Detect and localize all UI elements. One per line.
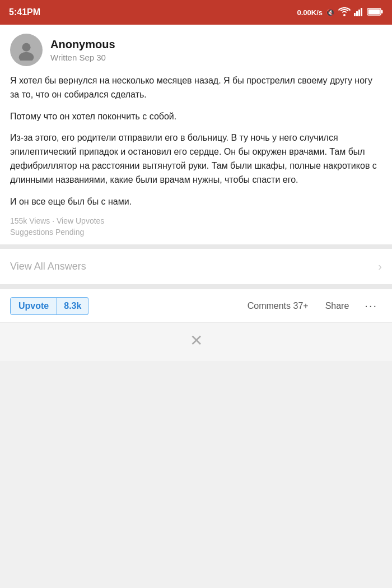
wifi-icon [338,7,351,18]
status-time: 5:41PM [9,7,40,17]
svg-rect-6 [368,9,380,14]
avatar [10,34,43,66]
stats-row: 155k Views · View Upvotes Suggestions Pe… [10,216,382,237]
view-all-answers-row[interactable]: View All Answers › [0,249,392,285]
bottom-bar: ✕ [0,323,392,361]
status-indicators: 0.00K/s 🔇 [297,7,383,18]
author-info: Anonymous Written Sep 30 [50,38,115,62]
svg-point-7 [22,43,30,52]
post-paragraph-1: Я хотел бы вернулся на несколько месяцев… [10,74,382,102]
author-date: Written Sep 30 [50,53,115,62]
svg-rect-3 [361,8,362,16]
action-bar: Upvote 8.3k Comments 37+ Share ··· [0,289,392,323]
close-icon[interactable]: ✕ [190,333,203,349]
views-upvotes[interactable]: 155k Views · View Upvotes [10,216,382,225]
post-paragraph-4: И он все еще был бы с нами. [10,195,382,209]
share-label: Share [325,301,349,311]
divider-1 [0,244,392,249]
svg-rect-5 [381,10,383,13]
signal-bars-icon [354,7,364,18]
status-bar: 5:41PM 0.00K/s 🔇 [0,0,392,25]
network-speed: 0.00K/s [297,8,323,17]
post-paragraph-3: Из-за этого, его родители отправили его … [10,131,382,187]
svg-rect-1 [356,11,358,16]
upvote-count: 8.3k [57,297,88,315]
post-container: Anonymous Written Sep 30 Я хотел бы верн… [0,25,392,244]
comments-button[interactable]: Comments 37+ [242,298,314,314]
comments-label: Comments 37+ [248,301,309,311]
upvote-button[interactable]: Upvote 8.3k [10,297,88,315]
divider-2 [0,285,392,289]
avatar-icon [16,39,37,61]
author-name: Anonymous [50,38,115,51]
post-body: Я хотел бы вернулся на несколько месяцев… [10,74,382,209]
upvote-label: Upvote [10,297,57,315]
share-button[interactable]: Share [320,298,355,314]
view-all-label: View All Answers [10,261,86,272]
svg-rect-2 [358,10,360,16]
svg-point-8 [19,52,34,61]
post-paragraph-2: Потому что он хотел покончить с собой. [10,110,382,124]
svg-rect-0 [354,13,356,16]
mute-icon: 🔇 [326,8,335,17]
battery-icon [367,8,383,17]
suggestions-pending: Suggestions Pending [10,228,382,237]
more-icon: ··· [365,299,377,312]
more-options-button[interactable]: ··· [360,296,382,316]
author-row: Anonymous Written Sep 30 [10,34,382,66]
chevron-right-icon: › [378,260,382,273]
